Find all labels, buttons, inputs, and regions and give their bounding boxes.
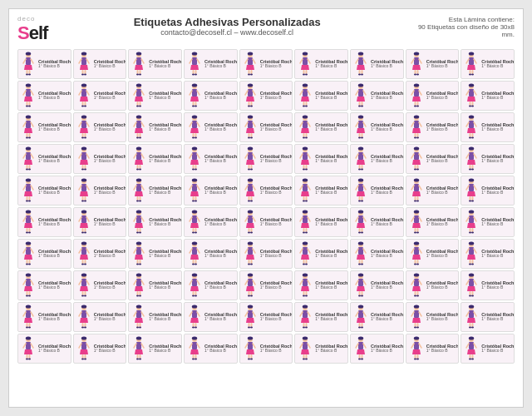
svg-point-167 — [416, 106, 419, 107]
label-grade: 1° Básico B — [371, 317, 404, 322]
svg-line-48 — [245, 59, 248, 63]
svg-rect-155 — [361, 102, 362, 106]
svg-point-387 — [139, 201, 141, 202]
svg-point-641 — [81, 274, 86, 277]
svg-line-809 — [474, 312, 476, 316]
svg-point-601 — [358, 242, 363, 245]
svg-line-779 — [308, 312, 310, 316]
svg-line-18 — [79, 59, 81, 63]
svg-rect-515 — [361, 228, 362, 232]
svg-marker-453 — [24, 223, 32, 228]
svg-line-178 — [466, 91, 469, 95]
label-figure — [408, 177, 425, 204]
svg-line-28 — [134, 59, 136, 63]
svg-point-291 — [136, 147, 141, 151]
svg-line-399 — [197, 186, 200, 190]
label-figure — [76, 272, 92, 299]
svg-point-577 — [195, 264, 197, 265]
svg-rect-362 — [26, 184, 31, 191]
svg-rect-334 — [358, 165, 360, 169]
label-figure — [186, 335, 203, 362]
svg-rect-102 — [81, 89, 86, 97]
svg-line-229 — [253, 122, 255, 126]
svg-point-326 — [303, 169, 305, 171]
svg-rect-215 — [195, 133, 196, 137]
label-grade: 1° Básico B — [315, 159, 348, 164]
svg-marker-253 — [412, 128, 421, 133]
label-text: Cristóbal Rocha 1° Básico B — [38, 186, 71, 196]
label-figure — [20, 82, 37, 109]
svg-marker-843 — [190, 349, 199, 354]
svg-rect-484 — [192, 228, 194, 232]
svg-rect-4 — [27, 70, 28, 74]
svg-point-757 — [195, 327, 197, 329]
svg-point-681 — [303, 274, 308, 277]
svg-line-899 — [474, 344, 476, 348]
label-text: Cristóbal Rocha 1° Básico B — [315, 312, 348, 322]
svg-rect-52 — [303, 57, 308, 65]
svg-point-506 — [303, 232, 305, 234]
label-text: Cristóbal Rocha 1° Básico B — [315, 217, 348, 227]
label-figure — [20, 272, 37, 299]
label-text: Cristóbal Rocha 1° Básico B — [481, 122, 515, 132]
svg-point-616 — [414, 264, 416, 265]
label-text: Cristóbal Rocha 1° Básico B — [149, 59, 182, 69]
svg-rect-292 — [136, 152, 141, 160]
svg-rect-164 — [414, 102, 416, 106]
label-grade: 1° Básico B — [481, 317, 515, 322]
label-text: Cristóbal Rocha 1° Básico B — [38, 312, 71, 322]
label-text: Cristóbal Rocha 1° Básico B — [260, 59, 293, 69]
svg-rect-624 — [470, 260, 471, 264]
svg-rect-22 — [136, 57, 141, 65]
svg-rect-864 — [303, 354, 305, 359]
label-text: Cristóbal Rocha 1° Básico B — [426, 312, 460, 322]
label-grade: 1° Básico B — [371, 285, 404, 290]
svg-line-88 — [466, 59, 469, 63]
label-grade: 1° Básico B — [371, 96, 404, 101]
svg-point-11 — [81, 52, 86, 56]
svg-rect-525 — [416, 228, 418, 232]
label-text: Cristóbal Rocha 1° Básico B — [149, 217, 182, 227]
svg-rect-14 — [81, 70, 83, 74]
svg-point-636 — [26, 295, 28, 297]
svg-line-39 — [197, 59, 200, 63]
svg-point-91 — [26, 84, 31, 87]
svg-rect-315 — [250, 165, 252, 169]
header: deco Self Etiquetas Adhesivas Personaliz… — [17, 16, 515, 44]
svg-line-869 — [308, 344, 310, 348]
svg-line-328 — [300, 154, 303, 158]
label-figure — [352, 146, 369, 172]
svg-rect-95 — [29, 102, 31, 106]
svg-point-691 — [358, 274, 363, 277]
svg-line-609 — [363, 249, 366, 253]
label-grade: 1° Básico B — [94, 191, 127, 196]
label-item: Cristóbal Rocha 1° Básico B — [239, 270, 293, 300]
svg-marker-233 — [301, 128, 309, 133]
svg-point-807 — [471, 327, 474, 329]
label-figure — [20, 177, 37, 204]
svg-line-649 — [86, 280, 89, 285]
svg-marker-593 — [301, 255, 309, 260]
svg-marker-793 — [412, 318, 421, 323]
svg-line-438 — [411, 186, 414, 190]
svg-line-499 — [253, 217, 255, 221]
svg-marker-683 — [301, 286, 309, 291]
svg-line-279 — [31, 154, 33, 158]
svg-line-458 — [23, 217, 26, 221]
svg-rect-794 — [414, 323, 416, 327]
label-item: Cristóbal Rocha 1° Básico B — [239, 302, 293, 332]
svg-rect-122 — [192, 89, 197, 97]
label-grade: 1° Básico B — [204, 349, 238, 354]
svg-line-808 — [466, 312, 469, 316]
label-grade: 1° Básico B — [426, 191, 460, 196]
svg-rect-222 — [248, 121, 253, 128]
svg-rect-505 — [306, 228, 308, 232]
label-grade: 1° Básico B — [149, 317, 182, 322]
label-grade: 1° Básico B — [426, 127, 460, 132]
label-item: Cristóbal Rocha 1° Básico B — [17, 334, 71, 364]
svg-point-246 — [358, 137, 361, 139]
svg-rect-194 — [81, 133, 83, 137]
svg-point-716 — [469, 295, 471, 297]
svg-rect-374 — [81, 196, 83, 201]
svg-point-206 — [136, 137, 139, 139]
